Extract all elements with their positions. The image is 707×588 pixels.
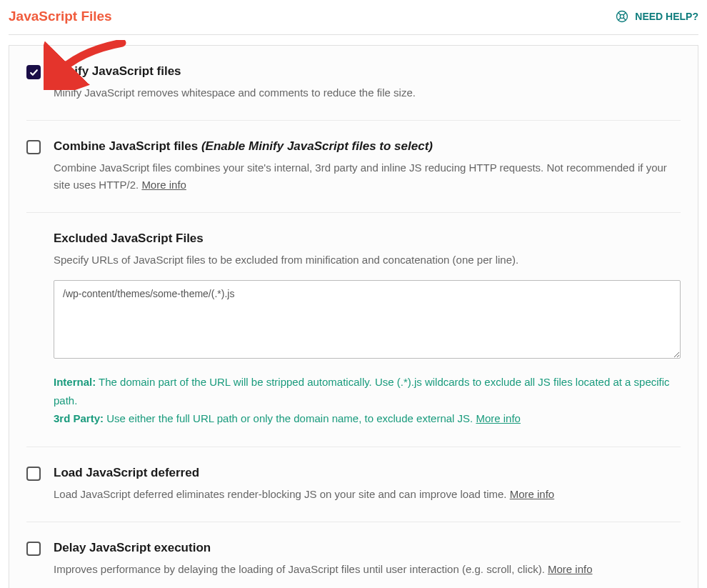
delay-js-option: Delay JavaScript execution Improves perf… — [26, 522, 681, 589]
svg-line-5 — [623, 18, 626, 20]
svg-line-2 — [618, 13, 621, 15]
delay-more-info-link[interactable]: More info — [548, 563, 593, 575]
defer-js-checkbox[interactable] — [26, 467, 41, 481]
delay-js-description: Improves performance by delaying the loa… — [54, 561, 681, 578]
excluded-js-textarea[interactable] — [54, 280, 681, 359]
excluded-more-info-link[interactable]: More info — [476, 412, 521, 424]
minify-js-title: Minify JavaScript files — [54, 64, 681, 79]
defer-js-title: Load JavaScript deferred — [54, 466, 681, 480]
excluded-js-option: Excluded JavaScript Files Specify URLs o… — [26, 213, 681, 447]
combine-js-checkbox[interactable] — [26, 140, 41, 154]
need-help-label: NEED HELP? — [635, 11, 698, 22]
defer-js-option: Load JavaScript deferred Load JavaScript… — [26, 447, 681, 522]
section-header: JavaScript Files NEED HELP? — [9, 9, 698, 35]
svg-point-1 — [621, 14, 624, 18]
combine-js-description: Combine JavaScript files combines your s… — [54, 159, 681, 194]
excluded-js-description: Specify URLs of JavaScript files to be e… — [54, 251, 681, 269]
need-help-link[interactable]: NEED HELP? — [615, 9, 698, 24]
javascript-files-panel: Minify JavaScript files Minify JavaScrip… — [9, 45, 698, 588]
section-title: JavaScript Files — [9, 9, 112, 24]
excluded-js-hint: Internal: The domain part of the URL wil… — [54, 373, 681, 428]
combine-js-option: Combine JavaScript files (Enable Minify … — [26, 121, 681, 213]
defer-more-info-link[interactable]: More info — [510, 488, 555, 500]
delay-js-checkbox[interactable] — [26, 542, 41, 556]
checkmark-icon — [29, 68, 39, 77]
minify-js-checkbox[interactable] — [26, 65, 41, 79]
minify-js-description: Minify JavaScript removes whitespace and… — [54, 84, 681, 101]
combine-js-title: Combine JavaScript files (Enable Minify … — [54, 139, 681, 154]
delay-js-title: Delay JavaScript execution — [54, 541, 681, 555]
minify-js-option: Minify JavaScript files Minify JavaScrip… — [26, 46, 681, 121]
lifebuoy-icon — [615, 9, 629, 24]
svg-line-4 — [618, 18, 621, 20]
combine-more-info-link[interactable]: More info — [141, 179, 186, 191]
defer-js-description: Load JavaScript deferred eliminates rend… — [54, 486, 681, 503]
excluded-js-title: Excluded JavaScript Files — [54, 231, 681, 246]
svg-line-3 — [623, 13, 626, 15]
